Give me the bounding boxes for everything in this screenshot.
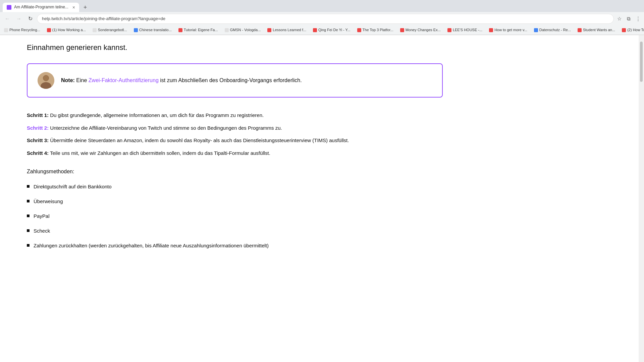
bookmark-label: Phone Recycling... <box>9 27 40 33</box>
payment-item-direktgutschrift: Direktgutschrift auf dein Bankkonto <box>27 183 443 191</box>
bookmark-label: Tutorial: Eigene Fa... <box>184 27 218 33</box>
step-1: Schritt 1: Du gibst grundlegende, allgem… <box>27 111 443 120</box>
two-factor-link[interactable]: Zwei-Faktor-Authentifizierung <box>89 77 159 83</box>
payment-section-title: Zahlungsmethoden: <box>27 167 443 176</box>
payment-item-uberweisung: Überweisung <box>27 197 443 205</box>
tab-close-button[interactable]: × <box>72 4 75 11</box>
bookmark-datenschutz[interactable]: Datenschutz - Re... <box>533 26 572 34</box>
step-3-text: Übermittle deine Steuerdaten an Amazon, … <box>49 137 349 143</box>
bookmark-chinese[interactable]: Chinese translatio... <box>132 26 173 34</box>
extensions-icon[interactable]: ⧉ <box>625 15 632 22</box>
bookmark-label: Qing Fei De Yi - Y... <box>318 27 351 33</box>
note-text-after: ist zum Abschließen des Onboarding-Vorga… <box>159 77 302 83</box>
step-4: Schritt 4: Teile uns mit, wie wir Zahlun… <box>27 149 443 158</box>
bookmark-favicon <box>225 28 229 32</box>
tab-title: Am Affiliate-Programm teilne... <box>14 4 68 10</box>
steps-section: Schritt 1: Du gibst grundlegende, allgem… <box>27 111 443 157</box>
step-2-label: Schritt 2: <box>27 125 49 131</box>
active-tab[interactable]: Am Affiliate-Programm teilne... × <box>3 3 79 12</box>
bookmark-how-get-more[interactable]: How to get more v... <box>488 26 529 34</box>
payment-item-paypal: PayPal <box>27 212 443 220</box>
bookmark-favicon <box>47 28 51 32</box>
bookmark-favicon <box>578 28 582 32</box>
scrollbar-thumb[interactable] <box>640 42 643 82</box>
avatar <box>38 72 54 89</box>
payment-item-scheck: Scheck <box>27 227 443 235</box>
bookmark-sonderangebot[interactable]: Sonderangebotl... <box>91 26 128 34</box>
bookmark-favicon <box>4 28 8 32</box>
back-button[interactable]: ← <box>3 14 12 23</box>
bullet-icon <box>27 244 30 247</box>
bookmark-money[interactable]: Money Changes Ex... <box>399 26 442 34</box>
browser-chrome: Am Affiliate-Programm teilne... × + ← → … <box>0 0 644 35</box>
bookmark-favicon <box>178 28 182 32</box>
header-text: Einnahmen generieren kannst. <box>27 43 127 52</box>
bookmark-gmsn[interactable]: GMSN - Vologda... <box>223 26 262 34</box>
bookmark-favicon <box>267 28 271 32</box>
bookmark-favicon <box>134 28 138 32</box>
bookmark-label: GMSN - Vologda... <box>230 27 261 33</box>
bookmark-favicon <box>357 28 361 32</box>
bookmark-label: Sonderangebotl... <box>98 27 127 33</box>
bookmark-label: The Top 3 Platfor... <box>363 27 393 33</box>
bookmark-label: (2) How To Add A... <box>627 27 644 33</box>
new-tab-button[interactable]: + <box>80 3 90 12</box>
payment-list: Direktgutschrift auf dein Bankkonto Über… <box>27 183 443 250</box>
note-label: Note: <box>61 77 75 83</box>
bookmark-how-add[interactable]: (2) How To Add A... <box>621 26 644 34</box>
bookmark-lessons[interactable]: Lessons Learned f... <box>266 26 308 34</box>
bookmark-label: Lessons Learned f... <box>273 27 306 33</box>
bookmark-qing[interactable]: Qing Fei De Yi - Y... <box>312 26 352 34</box>
step-2-text: Unterzeichne die Affiliate-Vereinbarung … <box>49 125 282 131</box>
step-2: Schritt 2: Unterzeichne die Affiliate-Ve… <box>27 124 443 132</box>
bookmarks-bar: Phone Recycling... (1) How Working a... … <box>0 25 644 35</box>
step-1-label: Schritt 1: <box>27 112 49 118</box>
bullet-icon <box>27 229 30 232</box>
scrollbar[interactable] <box>639 35 644 270</box>
refresh-button[interactable]: ↻ <box>25 14 35 23</box>
step-4-label: Schritt 4: <box>27 150 49 156</box>
step-4-text: Teile uns mit, wie wir Zahlungen an dich… <box>49 150 270 156</box>
payment-item-label: Direktgutschrift auf dein Bankkonto <box>34 183 112 191</box>
bookmark-favicon <box>534 28 538 32</box>
url-text: help.twitch.tv/s/article/joining-the-aff… <box>42 15 165 22</box>
browser-actions: ☆ ⧉ ⋮ <box>616 15 641 22</box>
bookmark-how-working[interactable]: (1) How Working a... <box>46 26 87 34</box>
note-text-before: Eine <box>75 77 89 83</box>
step-3: Schritt 3: Übermittle deine Steuerdaten … <box>27 136 443 145</box>
step-3-label: Schritt 3: <box>27 137 49 143</box>
bullet-icon <box>27 200 30 202</box>
bookmark-favicon <box>489 28 493 32</box>
forward-button[interactable]: → <box>14 14 23 23</box>
address-bar[interactable]: help.twitch.tv/s/article/joining-the-aff… <box>37 14 614 24</box>
bookmark-top3[interactable]: The Top 3 Platfor... <box>356 26 395 34</box>
bookmark-label: (1) How Working a... <box>52 27 86 33</box>
bookmark-tutorial[interactable]: Tutorial: Eigene Fa... <box>177 26 219 34</box>
bookmark-favicon <box>447 28 451 32</box>
bookmark-label: Chinese translatio... <box>139 27 172 33</box>
page-content: Einnahmen generieren kannst. Note: Eine … <box>0 35 470 270</box>
bookmark-favicon <box>313 28 317 32</box>
page-header: Einnahmen generieren kannst. <box>27 42 443 53</box>
tab-favicon <box>7 5 11 10</box>
bookmark-phone-recycling[interactable]: Phone Recycling... <box>3 26 42 34</box>
bookmark-star-icon[interactable]: ☆ <box>616 15 623 22</box>
note-box: Note: Eine Zwei-Faktor-Authentifizierung… <box>27 63 443 98</box>
bookmark-label: Student Wants an... <box>583 27 615 33</box>
svg-point-3 <box>43 75 49 81</box>
payment-item-label: Überweisung <box>34 197 63 205</box>
bullet-icon <box>27 185 30 188</box>
bookmark-favicon <box>93 28 97 32</box>
menu-icon[interactable]: ⋮ <box>635 15 641 22</box>
bookmark-label: LEE'S HOUSE -... <box>453 27 482 33</box>
step-1-text: Du gibst grundlegende, allgemeine Inform… <box>49 112 264 118</box>
bookmark-label: Money Changes Ex... <box>406 27 441 33</box>
payment-item-label: Scheck <box>34 227 50 235</box>
address-bar-row: ← → ↻ help.twitch.tv/s/article/joining-t… <box>0 12 644 25</box>
payment-item-zuruck: Zahlungen zurückhalten (werden zurückgeh… <box>27 242 443 250</box>
bullet-icon <box>27 215 30 217</box>
bookmark-lee[interactable]: LEE'S HOUSE -... <box>446 26 484 34</box>
tab-bar: Am Affiliate-Programm teilne... × + <box>0 0 644 12</box>
bookmark-student[interactable]: Student Wants an... <box>576 26 616 34</box>
note-text: Note: Eine Zwei-Faktor-Authentifizierung… <box>61 76 302 85</box>
